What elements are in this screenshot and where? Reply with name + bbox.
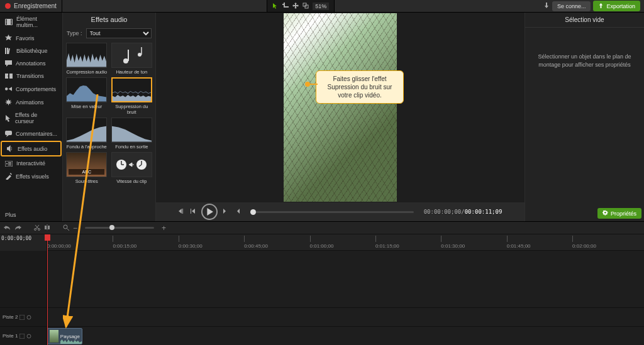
- canvas-zoom-value[interactable]: 51%: [313, 3, 329, 10]
- record-label: Enregistrement: [14, 3, 57, 9]
- effect-compression[interactable]: Compression audio: [65, 43, 108, 75]
- effect-subtitles[interactable]: ABCSous-titres: [65, 152, 108, 184]
- sidebar-item-media[interactable]: Élément multim...: [0, 13, 62, 31]
- svg-point-22: [138, 53, 142, 57]
- effect-highlight[interactable]: Mise en valeur: [65, 77, 108, 115]
- next-frame-icon[interactable]: [234, 208, 240, 216]
- properties-empty-message: Sélectionner un objet dans le plan de mo…: [525, 28, 644, 205]
- track-header-1[interactable]: Piste 1: [0, 326, 47, 345]
- effect-label: Suppression du bruit: [111, 104, 153, 115]
- sidebar-item-comments[interactable]: Commentaires...: [0, 128, 62, 140]
- top-toolbar: Enregistrement 51% Se conne... Exportati…: [0, 0, 644, 13]
- effects-panel: Effets audio Type : Tout Compression aud…: [63, 13, 156, 221]
- cut-icon[interactable]: [34, 224, 40, 232]
- zoom-slider-handle[interactable]: [109, 225, 114, 230]
- track-headers: Piste 2 Piste 1: [0, 251, 47, 345]
- sidebar-item-label: Commentaires...: [16, 131, 57, 137]
- track-lanes[interactable]: Paysage: [47, 251, 644, 345]
- effect-noise-removal[interactable]: Suppression du bruit: [111, 77, 153, 115]
- redo-icon[interactable]: [14, 224, 21, 232]
- sidebar-item-label: Effets de curseur: [15, 112, 57, 124]
- svg-point-29: [64, 225, 67, 229]
- clip-thumbnail: [50, 330, 58, 342]
- track-row[interactable]: Paysage: [47, 326, 644, 345]
- step-back-icon[interactable]: [190, 208, 196, 216]
- sidebar-item-label: Bibliothèque: [16, 48, 48, 54]
- ruler-tick: 0:01:00;00: [310, 243, 334, 249]
- svg-point-21: [123, 58, 128, 63]
- effect-fadein[interactable]: Fondu à l'approche: [65, 118, 108, 150]
- crop-tool-icon[interactable]: [282, 3, 289, 10]
- track-row[interactable]: [47, 307, 644, 326]
- split-icon[interactable]: [44, 224, 50, 232]
- timeline-clip[interactable]: Paysage: [47, 328, 82, 344]
- sidebar-item-label: Favoris: [16, 35, 35, 41]
- playhead-scrubber[interactable]: [250, 211, 414, 213]
- sidebar-item-library[interactable]: Bibliothèque: [0, 45, 62, 57]
- sidebar-item-favorites[interactable]: Favoris: [0, 31, 62, 45]
- effect-pitch[interactable]: Hauteur de ton: [111, 43, 153, 75]
- pointer-tool-icon[interactable]: [272, 3, 279, 10]
- sidebar-more-label: Plus: [5, 212, 16, 218]
- download-icon[interactable]: [543, 3, 550, 10]
- track-name: Piste 1: [3, 333, 18, 339]
- prev-frame-icon[interactable]: [179, 208, 185, 216]
- sidebar-item-label: Interactivité: [16, 160, 45, 167]
- sidebar-item-label: Effets visuels: [16, 173, 49, 180]
- scrub-handle[interactable]: [250, 209, 256, 215]
- sidebar-item-transitions[interactable]: Transitions: [0, 70, 62, 82]
- pan-tool-icon[interactable]: [292, 3, 299, 10]
- effect-label: Mise en valeur: [71, 104, 102, 109]
- sidebar-item-audio-effects[interactable]: Effets audio: [1, 141, 62, 156]
- playback-controls: 00:00:00;00/00:00:11;09: [156, 202, 525, 221]
- sidebar-item-annotations[interactable]: Annotations: [0, 57, 62, 70]
- sidebar-item-animations[interactable]: Animations: [0, 96, 62, 109]
- zoom-in-icon[interactable]: +: [162, 224, 166, 233]
- ruler-tick: 0:00:30;00: [179, 243, 203, 249]
- clip-waveform: [60, 337, 82, 344]
- timeline: − + 0:00:00;00 + 0:00:00;00 0:00:15;00 0…: [0, 221, 644, 345]
- sidebar-item-behaviors[interactable]: Comportements: [0, 82, 62, 96]
- export-button[interactable]: Exportation: [593, 1, 640, 11]
- properties-panel: Sélection vide Sélectionner un objet dan…: [525, 13, 644, 221]
- timecode-display: 00:00:00;00/00:00:11;09: [424, 209, 502, 215]
- ruler-tick: 0:01:15;00: [375, 243, 399, 249]
- tutorial-callout: Faites glisser l'effet Supression du bru…: [316, 70, 404, 104]
- svg-rect-30: [19, 315, 25, 320]
- signin-button[interactable]: Se conne...: [552, 1, 591, 11]
- ruler-tick: 0:02:00;00: [572, 243, 596, 249]
- detach-canvas-icon[interactable]: [303, 3, 309, 10]
- timeline-zoom-slider[interactable]: [85, 227, 154, 229]
- sidebar-item-visual-effects[interactable]: Effets visuels: [0, 170, 62, 183]
- playhead[interactable]: [47, 234, 48, 345]
- timeline-ruler[interactable]: 0:00:00;00 0:00:15;00 0:00:30;00 0:00:45…: [47, 234, 644, 251]
- sidebar-item-cursor-effects[interactable]: Effets de curseur: [0, 109, 62, 128]
- undo-icon[interactable]: [4, 224, 11, 232]
- sidebar-more-button[interactable]: Plus: [0, 204, 62, 221]
- record-button[interactable]: Enregistrement: [0, 0, 62, 12]
- svg-rect-4: [6, 21, 7, 23]
- svg-rect-15: [5, 131, 12, 135]
- timeline-toolbar: − +: [0, 222, 644, 234]
- effect-fadeout[interactable]: Fondu en sortie: [111, 118, 153, 150]
- record-icon: [5, 3, 11, 9]
- ruler-tick: 0:00:00;00: [47, 243, 71, 249]
- svg-point-17: [6, 163, 8, 164]
- step-forward-icon[interactable]: [223, 208, 229, 216]
- sidebar-item-label: Effets audio: [18, 146, 47, 152]
- effect-clipspeed[interactable]: Vitesse du clip: [111, 152, 153, 184]
- svg-rect-9: [5, 48, 6, 54]
- properties-button[interactable]: Propriétés: [597, 208, 641, 219]
- svg-rect-20: [8, 165, 11, 165]
- effects-type-select[interactable]: Tout: [86, 28, 152, 38]
- sidebar-item-interactivity[interactable]: Interactivité: [0, 157, 62, 170]
- zoom-out-icon[interactable]: −: [73, 224, 77, 233]
- effects-type-label: Type :: [67, 30, 82, 36]
- svg-point-33: [27, 334, 31, 338]
- play-button[interactable]: [201, 204, 218, 220]
- zoom-tool-icon[interactable]: [63, 224, 69, 232]
- canvas[interactable]: Faites glisser l'effet Supression du bru…: [156, 13, 525, 202]
- svg-rect-13: [9, 74, 13, 79]
- track-header-2[interactable]: Piste 2: [0, 307, 47, 326]
- properties-button-label: Propriétés: [611, 211, 636, 217]
